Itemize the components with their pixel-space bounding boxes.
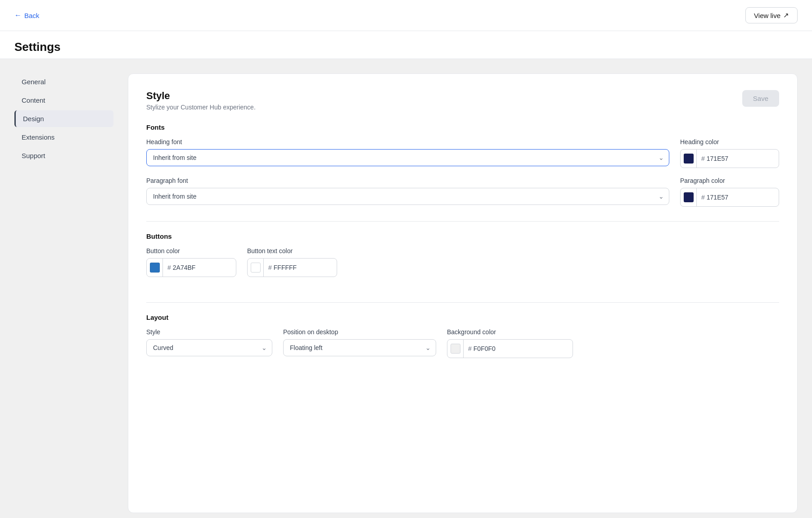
back-link[interactable]: ← Back (14, 11, 39, 19)
layout-section: Layout Style Curved ⌄ Position on deskto… (146, 314, 779, 369)
heading-color-right: Heading color # (680, 138, 779, 168)
button-color-value[interactable] (173, 264, 213, 271)
content-area: Style Stylize your Customer Hub experien… (128, 73, 798, 513)
button-text-color-input: # (247, 258, 337, 277)
paragraph-color-label: Paragraph color (680, 177, 779, 184)
heading-hash: # (697, 155, 707, 162)
paragraph-hash: # (697, 194, 707, 201)
paragraph-font-label: Paragraph font (146, 177, 669, 184)
divider-buttons-layout (146, 302, 779, 303)
button-text-color-label: Button text color (247, 247, 337, 254)
section-title: Style (146, 90, 256, 102)
paragraph-color-input: # (680, 188, 779, 207)
layout-position-select-wrapper: Floating left ⌄ (283, 339, 436, 356)
button-color-swatch-box (150, 263, 160, 273)
back-arrow-icon: ← (14, 11, 22, 19)
paragraph-color-right: Paragraph color # (680, 177, 779, 207)
heading-color-swatch[interactable] (681, 150, 697, 168)
paragraph-color-swatch-box (684, 192, 694, 202)
button-color-hash: # (163, 264, 173, 271)
sidebar: General Content Design Extensions Suppor… (14, 73, 113, 513)
button-color-label: Button color (146, 247, 236, 254)
background-color-value[interactable] (474, 345, 514, 352)
sidebar-item-extensions[interactable]: Extensions (14, 129, 113, 145)
sidebar-item-general[interactable]: General (14, 73, 113, 90)
background-color-swatch-box (451, 344, 460, 354)
main-layout: General Content Design Extensions Suppor… (0, 59, 812, 518)
divider-fonts-buttons (146, 221, 779, 222)
layout-style-select-wrapper: Curved ⌄ (146, 339, 272, 356)
heading-color-label: Heading color (680, 138, 779, 145)
view-live-label: View live (754, 12, 780, 19)
view-live-button[interactable]: View live ↗ (745, 7, 798, 23)
heading-font-row: Heading font Inherit from site ⌄ Heading… (146, 138, 779, 168)
paragraph-color-swatch[interactable] (681, 188, 697, 206)
layout-position-group: Position on desktop Floating left ⌄ (283, 328, 436, 356)
layout-row: Style Curved ⌄ Position on desktop Float… (146, 328, 779, 369)
paragraph-font-select-wrapper: Inherit from site ⌄ (146, 188, 669, 205)
button-color-swatch[interactable] (147, 259, 163, 277)
heading-color-swatch-box (684, 154, 694, 164)
heading-font-select-wrapper: Inherit from site ⌄ (146, 149, 669, 166)
sidebar-item-design[interactable]: Design (14, 110, 113, 127)
heading-color-input: # (680, 149, 779, 168)
background-color-swatch[interactable] (447, 340, 464, 358)
background-color-input: # (447, 339, 573, 358)
fonts-label: Fonts (146, 123, 779, 131)
button-color-group: Button color # (146, 247, 236, 277)
layout-position-label: Position on desktop (283, 328, 436, 336)
section-subtitle: Stylize your Customer Hub experience. (146, 104, 256, 111)
layout-style-select[interactable]: Curved (146, 339, 272, 356)
button-text-hash: # (264, 264, 274, 271)
sidebar-item-support[interactable]: Support (14, 147, 113, 164)
background-color-label: Background color (447, 328, 573, 336)
page-title: Settings (14, 40, 61, 54)
button-text-color-group: Button text color # (247, 247, 337, 277)
heading-font-select[interactable]: Inherit from site (146, 149, 669, 166)
buttons-section: Buttons Button color # Button text color (146, 232, 779, 288)
heading-color-value[interactable] (707, 155, 747, 162)
heading-font-label: Heading font (146, 138, 669, 145)
paragraph-font-left: Paragraph font Inherit from site ⌄ (146, 177, 669, 205)
fonts-section: Fonts Heading font Inherit from site ⌄ H… (146, 123, 779, 207)
background-hash: # (464, 345, 474, 352)
button-text-color-swatch[interactable] (248, 259, 264, 277)
button-text-color-swatch-box (251, 263, 261, 273)
save-button[interactable]: Save (742, 90, 779, 107)
page-title-bar: Settings (0, 31, 812, 59)
sidebar-item-content[interactable]: Content (14, 92, 113, 109)
layout-style-label: Style (146, 328, 272, 336)
content-header: Style Stylize your Customer Hub experien… (146, 90, 779, 111)
paragraph-font-row: Paragraph font Inherit from site ⌄ Parag… (146, 177, 779, 207)
heading-font-left: Heading font Inherit from site ⌄ (146, 138, 669, 166)
paragraph-font-select[interactable]: Inherit from site (146, 188, 669, 205)
buttons-row: Button color # Button text color (146, 247, 779, 288)
layout-style-group: Style Curved ⌄ (146, 328, 272, 356)
layout-label: Layout (146, 314, 779, 321)
external-link-icon: ↗ (783, 11, 789, 19)
button-text-color-value[interactable] (274, 264, 314, 271)
layout-position-select[interactable]: Floating left (283, 339, 436, 356)
background-color-group: Background color # (447, 328, 573, 358)
back-label: Back (24, 12, 39, 19)
top-bar: ← Back View live ↗ (0, 0, 812, 31)
button-color-input: # (146, 258, 236, 277)
content-title-block: Style Stylize your Customer Hub experien… (146, 90, 256, 111)
buttons-label: Buttons (146, 232, 779, 240)
paragraph-color-value[interactable] (707, 194, 747, 201)
